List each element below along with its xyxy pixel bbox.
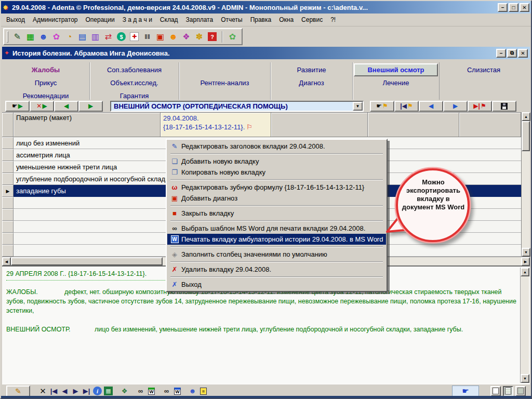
view-plain-button[interactable] <box>515 386 526 396</box>
transfer-icon[interactable]: ⇄ <box>102 31 115 43</box>
staff-icon[interactable]: ☻ <box>167 31 180 43</box>
empty-column-header[interactable] <box>368 113 459 137</box>
edit-record-button[interactable]: ✎ <box>6 385 30 397</box>
menu-add-tab[interactable]: ❏ Добавить новую вкладку <box>167 156 386 167</box>
minimize-button[interactable]: – <box>498 3 508 12</box>
scroll-right-button[interactable]: ▶ <box>521 257 530 266</box>
clear-template-button[interactable]: ✕▶ <box>30 101 54 112</box>
flower-icon[interactable]: ✿ <box>226 31 239 43</box>
menu-warehouse[interactable]: Склад <box>160 16 178 23</box>
last-tab-button[interactable]: ▶|⚑ <box>468 101 492 112</box>
delete-record-button[interactable]: ✕ <box>37 385 48 397</box>
menu-service[interactable]: Сервис <box>301 16 323 23</box>
hand-mode-button[interactable]: ☛ <box>452 385 479 397</box>
nav-prev-button[interactable]: ◀ <box>59 385 70 397</box>
maximize-button[interactable]: □ <box>509 3 518 12</box>
diagnosis-box-icon[interactable]: ▣ <box>154 31 167 43</box>
barcode-icon[interactable]: ‖‖ <box>141 31 154 43</box>
scroll-up-button[interactable]: ▲ <box>522 112 530 121</box>
tab-prikus[interactable]: Прикус <box>2 76 89 89</box>
date-column-header[interactable]: 29.04.2008. {18-17-16-15-14-13-12-11}.⚐ <box>161 113 271 137</box>
calendar-c-icon[interactable]: ▤ <box>76 31 89 43</box>
scroll-up-button[interactable]: ▲ <box>521 268 529 276</box>
tab-lechenie[interactable]: Лечение <box>353 76 439 89</box>
grid-vertical-scrollbar[interactable]: ▲ ▼ <box>521 112 530 257</box>
view-lines-button[interactable] <box>503 386 513 396</box>
menu-edit-dental-formula[interactable]: ω Редактировать зубную формулу {18-17-16… <box>167 182 386 193</box>
menu-exit[interactable]: Выход <box>6 16 25 23</box>
info-button[interactable]: i <box>92 385 103 397</box>
tab-razvitie[interactable]: Развитие <box>271 63 352 76</box>
scroll-thumb[interactable] <box>522 121 530 151</box>
scroll-down-button[interactable]: ▼ <box>521 374 529 383</box>
tab-zhaloby[interactable]: Жалобы <box>2 63 89 76</box>
excel-export-button[interactable]: ▦ <box>103 385 114 397</box>
apply-template-button[interactable]: ☛▶ <box>5 101 30 112</box>
menu-windows[interactable]: Окна <box>279 16 294 23</box>
tab-slizistaya[interactable]: Слизистая <box>440 63 528 76</box>
balloons-icon[interactable]: ✿ <box>50 31 63 43</box>
doc-minimize-button[interactable]: – <box>496 49 506 58</box>
scroll-down-button[interactable]: ▼ <box>522 248 530 257</box>
close-button[interactable]: ✕ <box>520 3 529 12</box>
next-tab-button[interactable]: ▶ <box>443 101 468 112</box>
menu-edit-tab-title[interactable]: ✎ Редактировать заголовок вкладки 29.04.… <box>167 141 386 152</box>
menu-print-tab-word[interactable]: W Печатать вкладку амбулаторной истории … <box>167 234 386 245</box>
menu-add-diagnosis[interactable]: ▣ Добавить диагноз <box>167 193 386 204</box>
prev-tab-button[interactable]: ◀ <box>419 101 443 112</box>
menu-administrator[interactable]: Администратор <box>33 16 78 23</box>
green-window-icon[interactable]: ▦ <box>24 31 37 43</box>
gear-icon[interactable]: ✽ <box>193 31 206 43</box>
next-template-button[interactable]: ▶ <box>78 101 103 112</box>
first-tab-button[interactable]: |◀⚑ <box>394 101 419 112</box>
menu-salary[interactable]: Зарплата <box>186 16 214 23</box>
find-template-button[interactable]: ∞ <box>135 385 146 397</box>
toolbar-grip[interactable] <box>7 31 8 43</box>
scroll-thumb[interactable] <box>11 257 163 265</box>
patients-icon[interactable]: ☻ <box>37 31 50 43</box>
patient-card-button[interactable]: ☻ <box>187 385 198 397</box>
word-template-green-button[interactable]: W <box>146 385 157 397</box>
word-document-blue-button[interactable]: W <box>172 385 183 397</box>
find-document-button[interactable]: ∞ <box>161 385 172 397</box>
menu-reports[interactable]: Отчеты <box>221 16 242 23</box>
tab-sop-zabolevaniya[interactable]: Соп.заболевания <box>90 63 179 76</box>
clock-icon[interactable]: ◔ <box>63 31 76 43</box>
tab-rentgen-analiz[interactable]: Рентген-анализ <box>179 76 270 89</box>
prev-template-button[interactable]: ◀ <box>54 101 78 112</box>
empty-column-header[interactable] <box>459 113 521 137</box>
combo-dropdown-button[interactable]: ▼ <box>353 102 363 111</box>
menu-delete-tab[interactable]: ✗ Удалить вкладку 29.04.2008. <box>167 264 386 275</box>
menu-exit[interactable]: ✗ Выход <box>167 279 386 290</box>
notes-vertical-scrollbar[interactable]: ▲ ▼ <box>520 268 529 383</box>
firstaid-icon[interactable]: ✚ <box>128 31 141 43</box>
doc-restore-button[interactable]: ⧉ <box>507 49 517 58</box>
palette-icon[interactable]: ❖ <box>180 31 193 43</box>
menu-tasks[interactable]: З а д а ч и <box>123 16 152 23</box>
menu-help[interactable]: ?! <box>330 16 336 23</box>
menu-operations[interactable]: Операции <box>85 16 114 23</box>
tab-vneshnij-osmotr[interactable]: Внешний осмотр <box>354 63 438 76</box>
tab-diagnoz[interactable]: Диагноз <box>271 76 352 89</box>
doc-close-button[interactable]: ✕ <box>518 49 528 58</box>
goto-flag-button[interactable]: ☛⚑ <box>370 101 394 112</box>
money-icon[interactable]: $ <box>115 31 128 43</box>
nav-first-button[interactable]: |◀ <box>48 385 59 397</box>
empty-column-header[interactable] <box>271 113 368 137</box>
section-combo[interactable]: ВНЕШНИЙ ОСМОТР (ОРТОПЕДИЧЕСКАЯ ПОМОЩЬ) ▼ <box>110 101 364 112</box>
nav-last-button[interactable]: ▶| <box>81 385 92 397</box>
scroll-left-button[interactable]: ◀ <box>2 257 11 266</box>
export-button[interactable]: ❖ <box>119 385 130 397</box>
menu-close-tab[interactable]: ■ Закрыть вкладку <box>167 208 386 219</box>
menu-edit[interactable]: Правка <box>250 16 272 23</box>
nav-next-button[interactable]: ▶ <box>70 385 81 397</box>
paint-icon[interactable]: ✎ <box>11 31 24 43</box>
tab-obekt-issled[interactable]: Объект.исслед. <box>90 76 179 89</box>
param-column-header[interactable]: Параметр (макет) <box>14 113 161 137</box>
view-blank-button[interactable] <box>490 386 501 396</box>
save-button[interactable] <box>492 101 516 112</box>
card-save-button[interactable]: ≡ <box>198 385 209 397</box>
calendar-7-icon[interactable]: ▥ <box>89 31 102 43</box>
menu-copy-tab[interactable]: ❐ Копировать новую вкладку <box>167 167 386 178</box>
menu-fill-column-defaults[interactable]: ◈ Заполнить столбец значениями по умолча… <box>167 249 386 260</box>
